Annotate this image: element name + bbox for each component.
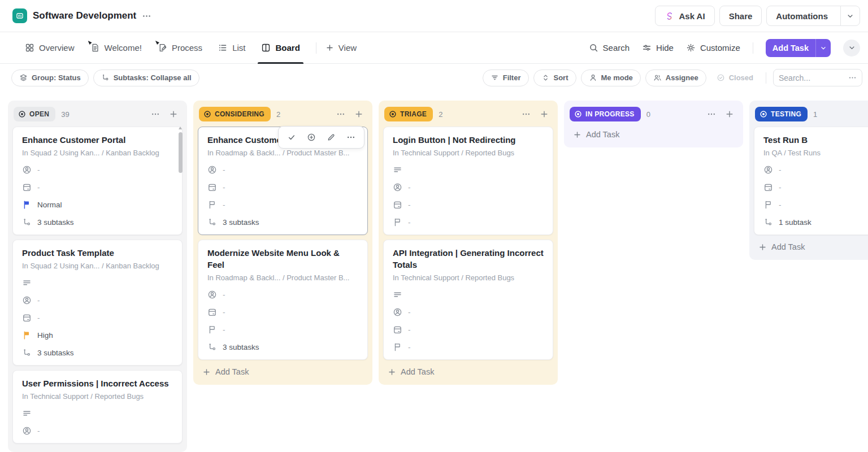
priority-row[interactable]: - (763, 199, 868, 210)
task-card[interactable]: Modernize Website Menu Look & Feel In Ro… (198, 240, 368, 360)
due-date-row[interactable]: - (393, 199, 544, 210)
due-date-row[interactable]: - (207, 307, 358, 317)
task-title[interactable]: Test Run B (763, 134, 868, 146)
description-row[interactable] (22, 277, 173, 288)
ask-ai-button[interactable]: Ask AI (655, 6, 714, 26)
tab-welcome[interactable]: Welcome! (90, 32, 142, 64)
automations-dropdown[interactable] (840, 6, 860, 25)
priority-row[interactable]: High (22, 330, 173, 340)
subtasks-row[interactable]: 3 subtasks (22, 347, 173, 358)
task-card-hovered[interactable]: Enhance Customer Portal In Roadmap & Bac… (198, 127, 368, 235)
assignee-row[interactable]: - (22, 295, 173, 305)
column-add-task-row[interactable]: Add Task (383, 360, 439, 380)
column-add-task-button[interactable] (168, 108, 179, 120)
priority-row[interactable]: - (207, 324, 358, 334)
workspace-menu-button[interactable] (142, 11, 151, 21)
tab-board[interactable]: Board (261, 32, 300, 64)
priority-row[interactable]: Normal (22, 199, 173, 210)
automations-button[interactable]: Automations (766, 6, 860, 26)
due-date-row[interactable]: - (207, 182, 358, 192)
description-row[interactable] (22, 408, 173, 418)
ellipsis-icon[interactable] (848, 73, 857, 82)
assignee-row[interactable]: - (22, 425, 173, 436)
board-search-box[interactable] (773, 69, 862, 86)
group-by-pill[interactable]: Group: Status (11, 69, 89, 86)
task-title[interactable]: User Permissions | Incorrect Access (22, 377, 173, 389)
add-view-button[interactable]: View (326, 32, 357, 64)
assignee-row[interactable]: - (207, 164, 358, 175)
filter-pill[interactable]: Filter (483, 69, 529, 86)
column-menu-button[interactable] (706, 108, 717, 120)
scrollbar-up-arrow[interactable] (179, 127, 182, 129)
due-date-row[interactable]: - (22, 182, 173, 192)
priority-row[interactable]: - (393, 217, 544, 227)
priority-row[interactable]: - (207, 199, 358, 210)
status-pill-in-progress[interactable]: IN PROGRESS (570, 107, 641, 121)
calendar-icon (207, 307, 217, 317)
task-title[interactable]: Product Task Template (22, 247, 173, 259)
subtasks-pill[interactable]: Subtasks: Collapse all (93, 69, 199, 86)
due-date-row[interactable]: - (393, 324, 544, 334)
tab-list[interactable]: List (218, 32, 245, 64)
column-add-task-button[interactable] (724, 108, 735, 120)
add-task-button[interactable]: Add Task (766, 39, 831, 57)
column-add-task-button[interactable] (353, 108, 364, 120)
status-pill-testing[interactable]: TESTING (755, 107, 808, 121)
task-menu-button[interactable] (345, 132, 357, 143)
subtasks-row[interactable]: 3 subtasks (207, 217, 358, 227)
column-menu-button[interactable] (335, 108, 346, 120)
status-pill-triage[interactable]: TRIAGE (384, 107, 433, 121)
assignee-pill[interactable]: Assignee (645, 69, 706, 86)
task-title[interactable]: Modernize Website Menu Look & Feel (207, 247, 358, 271)
priority-value: - (223, 201, 225, 209)
column-menu-button[interactable] (150, 108, 161, 120)
assignee-row[interactable]: - (393, 182, 544, 192)
task-card[interactable]: Product Task Template In Squad 2 Using K… (12, 240, 183, 366)
tab-overview[interactable]: Overview (25, 32, 75, 64)
description-row[interactable] (393, 289, 544, 299)
column-add-task-row[interactable]: Add Task (568, 127, 624, 143)
column-add-task-row[interactable]: Add Task (198, 360, 253, 380)
priority-row[interactable]: - (393, 342, 544, 352)
search-button[interactable]: Search (589, 43, 630, 53)
me-mode-pill[interactable]: Me mode (581, 69, 641, 86)
hide-button[interactable]: Hide (642, 43, 674, 53)
column-menu-button[interactable] (520, 108, 532, 120)
collapse-header-button[interactable] (843, 40, 860, 56)
assignee-row[interactable]: - (763, 164, 868, 175)
due-date-row[interactable]: - (763, 182, 868, 192)
subtasks-row[interactable]: 1 subtask (763, 217, 868, 227)
task-card[interactable]: Login Button | Not Redirecting In Techni… (383, 127, 553, 235)
status-pill-open[interactable]: OPEN (14, 107, 55, 121)
add-task-label[interactable]: Add Task (766, 39, 815, 57)
board-search-input[interactable] (779, 73, 845, 82)
task-title[interactable]: Enhance Customer Portal (22, 134, 173, 146)
assignee-row[interactable]: - (22, 164, 173, 175)
task-card[interactable]: Test Run B In QA / Test Runs - - - 1 sub… (754, 127, 868, 235)
sort-pill[interactable]: Sort (533, 69, 576, 86)
task-title[interactable]: API Integration | Generating Incorrect T… (393, 247, 544, 271)
task-card[interactable]: API Integration | Generating Incorrect T… (383, 240, 553, 360)
tab-process[interactable]: Process (158, 32, 202, 64)
complete-task-button[interactable] (286, 132, 297, 143)
assignee-row[interactable]: - (393, 307, 544, 317)
closed-toggle[interactable]: Closed (711, 69, 759, 86)
subtasks-row[interactable]: 3 subtasks (207, 342, 358, 352)
task-card[interactable]: User Permissions | Incorrect Access In T… (12, 370, 183, 444)
add-task-dropdown[interactable] (815, 39, 831, 57)
column-add-task-button[interactable] (539, 108, 550, 120)
divider (766, 72, 766, 84)
task-title[interactable]: Login Button | Not Redirecting (393, 134, 544, 146)
customize-button[interactable]: Customize (686, 43, 740, 53)
task-card[interactable]: Enhance Customer Portal In Squad 2 Using… (12, 127, 183, 235)
assignee-row[interactable]: - (207, 289, 358, 299)
add-subtask-button[interactable] (306, 132, 317, 143)
due-date-row[interactable]: - (22, 312, 173, 323)
edit-task-button[interactable] (326, 132, 337, 143)
subtasks-row[interactable]: 3 subtasks (22, 217, 173, 227)
share-button[interactable]: Share (719, 6, 762, 26)
column-scrollbar[interactable] (179, 132, 183, 173)
description-row[interactable] (393, 164, 544, 175)
status-pill-considering[interactable]: CONSIDERING (199, 107, 271, 121)
column-add-task-row[interactable]: Add Task (754, 235, 809, 255)
